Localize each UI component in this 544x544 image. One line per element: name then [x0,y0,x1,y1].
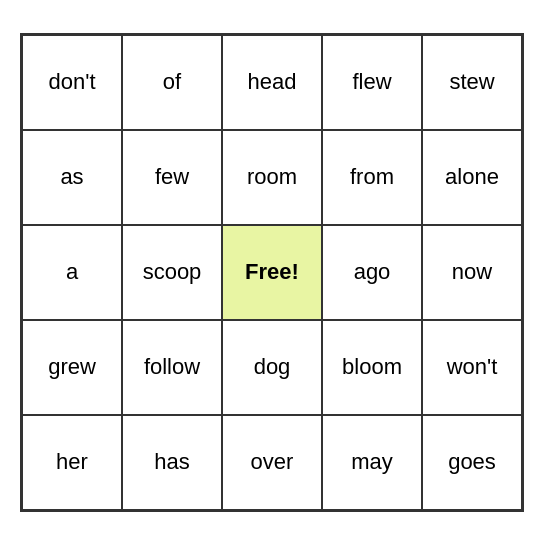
bingo-cell-1-0[interactable]: as [22,130,122,225]
bingo-cell-0-0[interactable]: don't [22,35,122,130]
bingo-cell-2-4[interactable]: now [422,225,522,320]
bingo-cell-1-3[interactable]: from [322,130,422,225]
bingo-board: don'tofheadflewstewasfewroomfromaloneasc… [20,33,524,512]
bingo-row-4: herhasovermaygoes [22,415,522,510]
bingo-cell-4-3[interactable]: may [322,415,422,510]
bingo-row-3: grewfollowdogbloomwon't [22,320,522,415]
bingo-cell-1-4[interactable]: alone [422,130,522,225]
bingo-cell-1-2[interactable]: room [222,130,322,225]
bingo-cell-2-2[interactable]: Free! [222,225,322,320]
bingo-cell-3-4[interactable]: won't [422,320,522,415]
bingo-row-2: ascoopFree!agonow [22,225,522,320]
bingo-cell-4-2[interactable]: over [222,415,322,510]
bingo-cell-0-2[interactable]: head [222,35,322,130]
bingo-cell-4-1[interactable]: has [122,415,222,510]
bingo-cell-3-3[interactable]: bloom [322,320,422,415]
bingo-cell-0-3[interactable]: flew [322,35,422,130]
bingo-row-1: asfewroomfromalone [22,130,522,225]
bingo-cell-4-0[interactable]: her [22,415,122,510]
bingo-cell-0-4[interactable]: stew [422,35,522,130]
bingo-cell-0-1[interactable]: of [122,35,222,130]
bingo-row-0: don'tofheadflewstew [22,35,522,130]
bingo-cell-2-3[interactable]: ago [322,225,422,320]
bingo-cell-3-2[interactable]: dog [222,320,322,415]
bingo-cell-1-1[interactable]: few [122,130,222,225]
bingo-cell-2-1[interactable]: scoop [122,225,222,320]
bingo-cell-2-0[interactable]: a [22,225,122,320]
bingo-cell-3-0[interactable]: grew [22,320,122,415]
bingo-cell-4-4[interactable]: goes [422,415,522,510]
bingo-cell-3-1[interactable]: follow [122,320,222,415]
